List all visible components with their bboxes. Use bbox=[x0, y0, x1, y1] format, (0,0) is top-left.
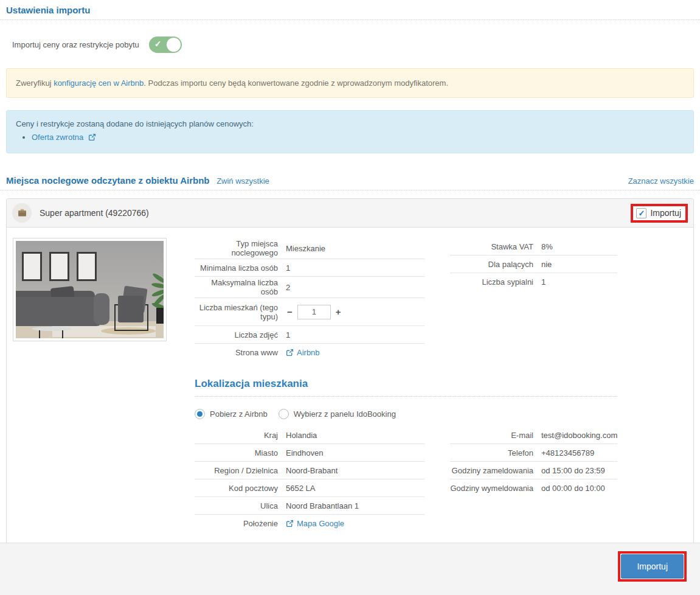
import-prices-toggle-label: Importuj ceny oraz restrykcje pobytu bbox=[12, 40, 139, 49]
detail-row: E-mail test@idobooking.com bbox=[450, 426, 617, 444]
detail-row: Ulica Noord Brabantlaan 1 bbox=[195, 497, 425, 515]
airbnb-price-config-link[interactable]: konfigurację cen w Airbnb bbox=[54, 78, 144, 88]
photo-decor bbox=[77, 252, 97, 281]
detail-label: Kraj bbox=[195, 431, 286, 440]
detail-value: 5652 LA bbox=[286, 484, 315, 493]
detail-label: Godziny zameldowania bbox=[450, 466, 541, 475]
listing-details-table: Typ miejsca noclegowego Mieszkanie Minim… bbox=[195, 238, 425, 361]
import-prices-toggle[interactable]: ✓ bbox=[149, 37, 182, 53]
photo-decor bbox=[94, 293, 109, 325]
external-link-icon bbox=[286, 349, 294, 357]
page-title: Ustawienia importu bbox=[0, 0, 700, 15]
detail-row: Kraj Holandia bbox=[195, 426, 425, 444]
listings-section-title: Miejsca noclegowe odczytane z obiektu Ai… bbox=[6, 175, 210, 186]
detail-value: Noord-Brabant bbox=[286, 466, 338, 475]
page-footer: Importuj bbox=[0, 543, 700, 595]
detail-row: Stawka VAT 8% bbox=[450, 238, 617, 256]
photo-scene bbox=[16, 241, 164, 338]
detail-label: Liczba sypialni bbox=[450, 277, 541, 287]
check-icon: ✓ bbox=[154, 39, 162, 49]
detail-value: 1 bbox=[541, 277, 546, 287]
detail-value: od 15:00 do 23:59 bbox=[541, 466, 605, 475]
detail-value: 2 bbox=[286, 283, 290, 292]
select-all-link[interactable]: Zaznacz wszystkie bbox=[628, 176, 694, 186]
price-plan-link[interactable]: Oferta zwrotna bbox=[32, 133, 83, 142]
detail-value: nie bbox=[541, 260, 552, 269]
radio-icon bbox=[195, 409, 205, 419]
detail-value: 1 bbox=[286, 263, 290, 273]
detail-value: 1 bbox=[286, 330, 290, 339]
google-maps-link[interactable]: Mapa Google bbox=[297, 519, 344, 528]
edit-icon[interactable] bbox=[88, 133, 96, 141]
detail-row: Telefon +48123456789 bbox=[450, 444, 617, 462]
import-prices-toggle-row: Importuj ceny oraz restrykcje pobytu ✓ bbox=[12, 37, 700, 53]
divider bbox=[195, 396, 617, 397]
photo-decor bbox=[16, 297, 102, 326]
listing-title: Super apartment (49220766) bbox=[40, 208, 149, 218]
detail-label: Ulica bbox=[195, 501, 286, 510]
detail-row: Region / Dzielnica Noord-Brabant bbox=[195, 462, 425, 479]
collapse-all-link[interactable]: Zwiń wszystkie bbox=[217, 176, 269, 186]
toggle-knob bbox=[167, 38, 181, 52]
detail-row: Dla palących nie bbox=[450, 256, 617, 273]
listings-section-header: Miejsca noclegowe odczytane z obiektu Ai… bbox=[6, 175, 694, 186]
detail-label: Strona www bbox=[195, 348, 286, 357]
listing-panel: Super apartment (49220766) ✓ Importuj bbox=[6, 198, 694, 550]
radio-label: Pobierz z Airbnb bbox=[210, 409, 268, 419]
listing-panel-body: Typ miejsca noclegowego Mieszkanie Minim… bbox=[7, 228, 693, 549]
property-photo bbox=[13, 238, 168, 532]
detail-label: Typ miejsca noclegowego bbox=[195, 239, 286, 257]
listing-panel-header[interactable]: Super apartment (49220766) ✓ Importuj bbox=[7, 199, 693, 228]
radio-label: Wybierz z panelu IdoBooking bbox=[294, 409, 396, 419]
photo-decor bbox=[118, 296, 144, 322]
detail-label: E-mail bbox=[450, 431, 541, 440]
radio-pobierz-z-airbnb[interactable]: Pobierz z Airbnb bbox=[195, 409, 268, 419]
detail-label: Telefon bbox=[450, 448, 541, 458]
detail-value: test@idobooking.com bbox=[541, 431, 617, 440]
location-source-options: Pobierz z Airbnb Wybierz z panelu IdoBoo… bbox=[195, 409, 617, 419]
detail-label: Liczba mieszkań (tego typu) bbox=[195, 303, 286, 321]
detail-row: Miasto Eindhoven bbox=[195, 444, 425, 462]
import-button[interactable]: Importuj bbox=[621, 554, 684, 579]
quantity-input[interactable] bbox=[297, 305, 331, 319]
detail-label: Maksymalna liczba osób bbox=[195, 278, 286, 296]
detail-row: Godziny wymeldowania od 00:00 do 10:00 bbox=[450, 479, 617, 497]
photo-decor bbox=[49, 252, 69, 281]
photo-decor bbox=[32, 327, 72, 331]
detail-row: Położenie Mapa Google bbox=[195, 515, 425, 532]
airbnb-listing-link[interactable]: Airbnb bbox=[297, 348, 320, 357]
detail-value: 8% bbox=[541, 242, 553, 251]
detail-label: Liczba zdjęć bbox=[195, 330, 286, 339]
detail-label: Dla palących bbox=[450, 260, 541, 269]
minus-icon[interactable]: − bbox=[286, 307, 294, 317]
import-button-highlight: Importuj bbox=[618, 551, 687, 582]
radio-icon bbox=[279, 409, 289, 419]
radio-wybierz-z-panelu[interactable]: Wybierz z panelu IdoBooking bbox=[279, 409, 396, 419]
detail-row: Kod pocztowy 5652 LA bbox=[195, 479, 425, 497]
photo-decor bbox=[22, 252, 42, 281]
warning-text-before: Zweryfikuj bbox=[16, 78, 54, 88]
detail-label: Region / Dzielnica bbox=[195, 466, 286, 475]
listing-attributes-table: Stawka VAT 8% Dla palących nie Liczba sy… bbox=[450, 238, 617, 361]
photo-border bbox=[13, 238, 167, 341]
detail-row: Maksymalna liczba osób 2 bbox=[195, 277, 425, 298]
detail-label: Godziny wymeldowania bbox=[450, 484, 541, 493]
detail-value: Mieszkanie bbox=[286, 244, 325, 253]
import-settings-page: Ustawienia importu Importuj ceny oraz re… bbox=[0, 0, 700, 595]
warning-text-after: . Podczas importu ceny będą konwertowane… bbox=[144, 78, 448, 88]
divider bbox=[0, 190, 700, 190]
location-section-title: Lokalizacja mieszkania bbox=[195, 378, 617, 390]
plus-icon[interactable]: + bbox=[334, 307, 342, 317]
detail-value: od 00:00 do 10:00 bbox=[541, 484, 605, 493]
import-checkbox[interactable]: ✓ bbox=[636, 208, 646, 218]
quantity-stepper: − + bbox=[286, 305, 342, 319]
photo-decor bbox=[156, 308, 164, 324]
detail-row: Liczba zdjęć 1 bbox=[195, 326, 425, 344]
detail-row: Typ miejsca noclegowego Mieszkanie bbox=[195, 238, 425, 259]
external-link-icon bbox=[286, 520, 294, 527]
detail-label: Kod pocztowy bbox=[195, 484, 286, 493]
divider bbox=[0, 19, 700, 20]
briefcase-icon bbox=[12, 203, 32, 223]
detail-label: Stawka VAT bbox=[450, 242, 541, 251]
detail-value: Eindhoven bbox=[286, 448, 323, 458]
